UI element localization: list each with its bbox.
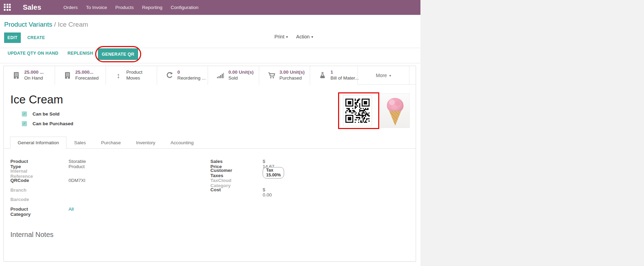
desktop-background: Sales Orders To Invoice Products Reporti… (0, 0, 644, 266)
notebook-tabs: General Information Sales Purchase Inven… (4, 137, 416, 149)
tab-inventory[interactable]: Inventory (128, 137, 163, 148)
cost-label: Cost (210, 187, 221, 192)
signal-bars-icon (216, 71, 225, 80)
product-category-label: Product Category (10, 207, 31, 217)
qrcode-label: QRCode (10, 178, 29, 183)
caret-down-icon: ▾ (311, 35, 313, 39)
can-be-purchased-label: Can be Purchased (33, 121, 73, 126)
stat-button-on-hand[interactable]: 25.000 ...On Hand (4, 66, 55, 85)
odoo-window: Sales Orders To Invoice Products Reporti… (0, 0, 420, 266)
checkmark-icon: ✓ (23, 112, 26, 116)
tab-sales[interactable]: Sales (66, 137, 93, 148)
update-qty-on-hand-button[interactable]: UPDATE QTY ON HAND (8, 51, 58, 56)
more-dropdown-button[interactable]: More ▾ (357, 66, 409, 85)
caret-down-icon: ▾ (286, 35, 288, 39)
arrows-vertical-icon: ↕ (114, 71, 123, 80)
generate-qr-button[interactable]: GENERATE QR (98, 48, 138, 60)
can-be-sold-checkbox[interactable]: ✓ (22, 111, 27, 117)
taxcloud-category-label: TaxCloud Category (210, 178, 232, 188)
customer-taxes-label: Customer Taxes (210, 168, 232, 178)
internal-notes-heading: Internal Notes (10, 231, 54, 239)
branch-label: Branch (10, 187, 27, 193)
print-dropdown[interactable]: Print ▾ (274, 34, 288, 39)
building-icon (63, 71, 72, 80)
create-button[interactable]: CREATE (27, 35, 45, 40)
breadcrumb-separator: / (54, 21, 56, 28)
main-menu: Orders To Invoice Products Reporting Con… (63, 5, 198, 10)
menu-products[interactable]: Products (115, 5, 134, 10)
building-icon (12, 71, 20, 80)
can-be-purchased-row: ✓ Can be Purchased (22, 121, 73, 126)
breadcrumb-current: Ice Cream (58, 21, 88, 28)
breadcrumb: Product Variants / Ice Cream (4, 21, 88, 28)
app-title[interactable]: Sales (23, 3, 41, 11)
can-be-sold-row: ✓ Can be Sold (22, 111, 60, 117)
caret-down-icon: ▾ (389, 74, 391, 77)
ice-cream-cone-graphic (389, 111, 401, 126)
action-dropdown[interactable]: Action ▾ (296, 34, 313, 39)
product-title: Ice Cream (10, 93, 63, 106)
stat-button-forecasted[interactable]: 25.000...Forecasted (55, 66, 106, 85)
internal-reference-label: Internal Reference (10, 168, 33, 179)
menu-orders[interactable]: Orders (63, 5, 78, 10)
qr-code-image (343, 95, 372, 126)
stat-button-sold[interactable]: 0.00 Unit(s)Sold (208, 66, 259, 85)
product-type-value: Storable Product (69, 159, 86, 169)
refresh-icon (165, 71, 174, 80)
tab-accounting[interactable]: Accounting (163, 137, 201, 148)
flask-icon (318, 71, 327, 80)
apps-grid-icon[interactable] (4, 4, 11, 11)
breadcrumb-parent-link[interactable]: Product Variants (4, 21, 52, 28)
stat-button-reordering[interactable]: 0Reordering ... (157, 66, 208, 85)
stat-button-bill-of-materials[interactable]: 1Bill of Mater... (310, 66, 357, 85)
edit-button[interactable]: EDIT (4, 33, 21, 43)
stat-button-row: 25.000 ...On Hand 25.000...Forecasted ↕ … (4, 66, 416, 85)
divider (0, 48, 420, 48)
stat-button-product-moves[interactable]: ↕ Product Moves (106, 66, 157, 85)
print-action-menus: Print ▾ Action ▾ (274, 34, 313, 39)
tab-general-information[interactable]: General Information (10, 137, 66, 148)
can-be-sold-label: Can be Sold (33, 111, 60, 117)
menu-reporting[interactable]: Reporting (142, 5, 163, 10)
product-type-label: Product Type (10, 159, 28, 169)
stat-button-purchased[interactable]: 3.00 Unit(s)Purchased (259, 66, 310, 85)
qrcode-value: 0DM7XI (69, 178, 85, 183)
can-be-purchased-checkbox[interactable]: ✓ (22, 121, 27, 126)
tab-purchase[interactable]: Purchase (93, 137, 128, 148)
replenish-button[interactable]: REPLENISH (67, 51, 93, 56)
checkmark-icon: ✓ (23, 122, 26, 126)
divider (0, 63, 420, 63)
product-photo (380, 93, 410, 128)
product-category-value-link[interactable]: All (69, 207, 74, 212)
ice-cream-scoop-graphic (387, 98, 403, 112)
customer-tax-pill[interactable]: Tax 15.00% (263, 167, 284, 178)
cost-value: $ 0.00 (263, 187, 272, 198)
menu-to-invoice[interactable]: To Invoice (86, 5, 107, 10)
top-navbar: Sales Orders To Invoice Products Reporti… (0, 0, 420, 15)
barcode-label: Barcode (10, 197, 29, 202)
form-sheet: 25.000 ...On Hand 25.000...Forecasted ↕ … (3, 66, 416, 262)
shopping-cart-icon (267, 71, 276, 80)
menu-configuration[interactable]: Configuration (171, 5, 198, 10)
